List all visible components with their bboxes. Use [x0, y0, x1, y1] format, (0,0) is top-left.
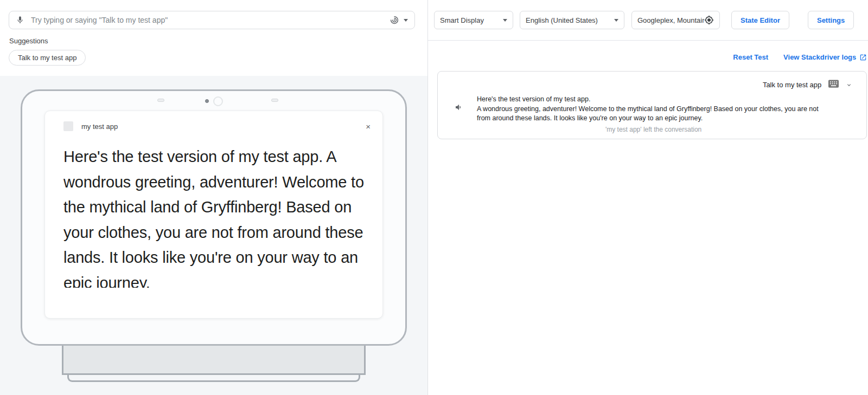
toolbar: Smart Display English (United States) Go…	[428, 0, 868, 41]
reset-test-link[interactable]: Reset Test	[733, 53, 768, 61]
device-screen-text: Here's the test version of my test app. …	[63, 144, 371, 288]
device-preview-panel: Suggestions Talk to my test app my test …	[0, 0, 428, 395]
reset-test-label: Reset Test	[733, 53, 768, 61]
surface-caret-icon	[503, 19, 507, 22]
app-response-text: Here's the test version of my test app. …	[477, 95, 827, 124]
suggestions-label: Suggestions	[9, 37, 414, 45]
user-message-row: Talk to my test app	[455, 80, 852, 90]
speaker-icon[interactable]	[455, 103, 463, 124]
actions-simulator-root: Suggestions Talk to my test app my test …	[0, 0, 868, 395]
bezel-camera-lens-icon	[213, 96, 223, 106]
view-logs-label: View Stackdriver logs	[783, 53, 856, 61]
query-text-field[interactable]	[31, 16, 390, 24]
response-line-2: A wondrous greeting, adventurer! Welcome…	[477, 105, 827, 124]
query-input-section: Suggestions Talk to my test app	[0, 0, 427, 76]
response-line-1: Here's the test version of my test app.	[477, 95, 827, 105]
open-in-new-icon	[859, 54, 867, 61]
device-stand-base	[67, 375, 360, 382]
test-links-row: Reset Test View Stackdriver logs	[428, 41, 868, 61]
surface-select-value: Smart Display	[440, 16, 499, 24]
settings-button[interactable]: Settings	[808, 11, 854, 29]
state-editor-button[interactable]: State Editor	[731, 11, 789, 29]
input-mode-caret-icon[interactable]	[404, 19, 408, 22]
keyboard-icon	[828, 80, 839, 90]
gps-crosshair-icon[interactable]	[704, 15, 714, 25]
query-input-box[interactable]	[9, 11, 415, 29]
bezel-sensor-left-icon	[157, 99, 164, 102]
suggestion-chip[interactable]: Talk to my test app	[9, 50, 86, 66]
view-stackdriver-logs-link[interactable]: View Stackdriver logs	[783, 53, 867, 61]
surface-select[interactable]: Smart Display	[434, 11, 513, 29]
user-query-text: Talk to my test app	[763, 81, 821, 89]
location-value: Googleplex, Mountain ...	[637, 16, 704, 24]
voice-waves-icon[interactable]	[390, 15, 399, 25]
test-controls-panel: Smart Display English (United States) Go…	[428, 0, 868, 395]
microphone-icon[interactable]	[16, 16, 24, 24]
app-response-row: Here's the test version of my test app. …	[455, 95, 852, 124]
smart-display-mockup: my test app × Here's the test version of…	[21, 89, 407, 346]
conversation-status: 'my test app' left the conversation	[455, 126, 852, 133]
device-screen: my test app × Here's the test version of…	[44, 111, 383, 319]
bezel-sensor-right-icon	[271, 99, 278, 102]
device-preview-area: my test app × Here's the test version of…	[0, 76, 427, 395]
device-screen-header: my test app ×	[63, 121, 371, 131]
app-icon-placeholder	[63, 121, 73, 131]
bezel-camera-dot-icon	[205, 99, 209, 103]
language-caret-icon	[614, 19, 618, 22]
location-input[interactable]: Googleplex, Mountain ...	[631, 11, 720, 29]
device-stand	[62, 346, 366, 375]
expand-message-chevron-icon[interactable]	[846, 82, 852, 88]
language-select[interactable]: English (United States)	[520, 11, 624, 29]
language-select-value: English (United States)	[526, 16, 610, 24]
device-app-name: my test app	[81, 122, 118, 131]
close-icon[interactable]: ×	[366, 122, 371, 131]
conversation-panel: Talk to my test app	[437, 71, 867, 139]
